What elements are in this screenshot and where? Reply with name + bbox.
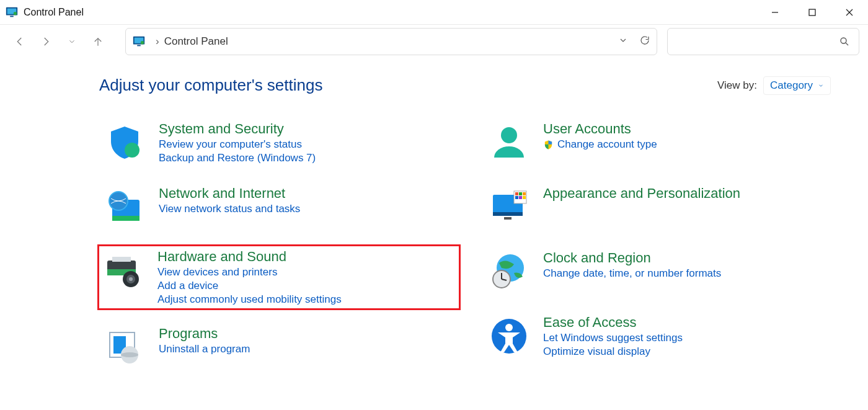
breadcrumb[interactable]: Control Panel (164, 35, 228, 48)
category-network-internet[interactable]: Network and Internet View network status… (99, 182, 459, 233)
search-input[interactable] (667, 28, 859, 55)
forward-button[interactable] (35, 30, 57, 53)
shield-icon (103, 121, 146, 164)
programs-icon (103, 326, 146, 369)
close-button[interactable] (831, 0, 868, 24)
category-column-right: User Accounts Change account type (484, 117, 843, 386)
svg-point-45 (505, 324, 513, 331)
category-column-left: System and Security Review your computer… (99, 117, 459, 386)
category-link[interactable]: Adjust commonly used mobility settings (157, 293, 342, 306)
category-user-accounts[interactable]: User Accounts Change account type (484, 117, 843, 168)
maximize-button[interactable] (794, 0, 831, 24)
svg-point-13 (841, 38, 846, 43)
category-title[interactable]: Programs (159, 326, 250, 342)
category-hardware-sound[interactable]: Hardware and Sound View devices and prin… (99, 246, 459, 308)
svg-rect-5 (809, 9, 815, 16)
svg-rect-11 (137, 45, 141, 47)
content-area: Adjust your computer's settings View by:… (0, 58, 868, 386)
svg-point-28 (121, 352, 138, 357)
page-title: Adjust your computer's settings (99, 76, 322, 95)
category-clock-region[interactable]: Clock and Region Change date, time, or n… (484, 246, 843, 297)
category-link[interactable]: Add a device (157, 280, 342, 292)
uac-shield-icon (543, 140, 554, 150)
category-link[interactable]: Review your computer's status (159, 138, 316, 151)
minimize-button[interactable] (756, 0, 794, 24)
category-ease-of-access[interactable]: Ease of Access Let Windows suggest setti… (484, 311, 843, 362)
monitor-palette-icon (487, 185, 531, 229)
svg-rect-37 (515, 196, 518, 199)
back-button[interactable] (9, 30, 31, 53)
category-title[interactable]: Ease of Access (543, 314, 683, 331)
category-programs[interactable]: Programs Uninstall a program (99, 322, 459, 373)
category-appearance[interactable]: Appearance and Personalization (484, 182, 843, 233)
view-by-control: View by: Category (717, 76, 831, 95)
category-link[interactable]: View devices and printers (157, 266, 342, 279)
svg-point-24 (129, 277, 133, 281)
svg-rect-36 (523, 192, 526, 195)
category-link[interactable]: Let Windows suggest settings (543, 332, 683, 344)
globe-monitor-icon (103, 185, 146, 229)
chevron-down-icon (818, 82, 824, 89)
svg-rect-38 (519, 196, 522, 199)
search-icon (839, 36, 850, 47)
category-system-security[interactable]: System and Security Review your computer… (99, 117, 459, 168)
svg-rect-2 (10, 16, 14, 17)
view-by-label: View by: (717, 79, 757, 92)
svg-point-12 (141, 41, 144, 45)
address-bar[interactable]: › Control Panel (125, 28, 657, 55)
user-icon (487, 121, 531, 164)
svg-rect-35 (519, 192, 522, 195)
svg-rect-17 (112, 216, 140, 221)
svg-point-3 (14, 12, 17, 16)
svg-rect-32 (504, 217, 512, 220)
printer-camera-icon (102, 249, 145, 292)
category-title[interactable]: Clock and Region (543, 250, 721, 266)
svg-rect-21 (112, 257, 131, 262)
svg-point-29 (501, 127, 517, 143)
accessibility-icon (487, 314, 531, 358)
globe-clock-icon (487, 250, 531, 293)
refresh-button[interactable] (639, 35, 650, 49)
category-title[interactable]: Network and Internet (159, 185, 300, 202)
control-panel-icon (5, 6, 19, 19)
category-title[interactable]: Hardware and Sound (157, 249, 342, 265)
svg-point-15 (125, 143, 140, 158)
svg-rect-34 (515, 192, 518, 195)
category-title[interactable]: User Accounts (543, 121, 657, 137)
title-bar: Control Panel (0, 0, 868, 25)
svg-line-14 (846, 43, 848, 45)
view-by-dropdown[interactable]: Category (763, 76, 831, 95)
svg-rect-39 (523, 196, 526, 199)
address-history-button[interactable] (618, 35, 628, 48)
recent-locations-button[interactable] (61, 30, 83, 53)
category-link[interactable]: Change date, time, or number formats (543, 267, 721, 280)
category-link[interactable]: Change account type (543, 138, 657, 151)
chevron-right-icon: › (156, 35, 159, 48)
category-link[interactable]: Uninstall a program (159, 343, 250, 355)
control-panel-icon (132, 35, 146, 48)
up-button[interactable] (87, 30, 109, 53)
category-title[interactable]: Appearance and Personalization (543, 185, 740, 202)
window-title: Control Panel (24, 7, 84, 18)
svg-rect-31 (493, 212, 523, 216)
category-link[interactable]: View network status and tasks (159, 203, 300, 215)
category-link[interactable]: Backup and Restore (Windows 7) (159, 152, 316, 164)
navigation-bar: › Control Panel (0, 25, 868, 58)
category-title[interactable]: System and Security (159, 121, 316, 137)
category-link[interactable]: Optimize visual display (543, 345, 683, 358)
